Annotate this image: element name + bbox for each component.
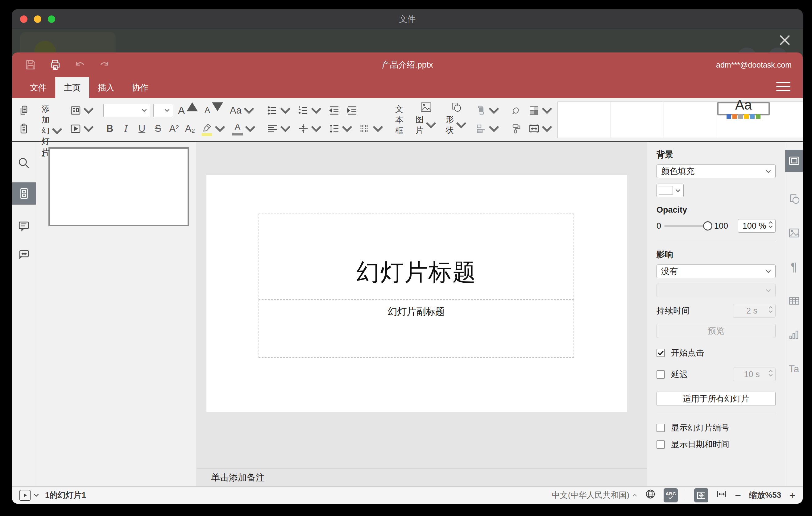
vertical-align-button[interactable] bbox=[296, 121, 324, 137]
opacity-slider-knob[interactable] bbox=[703, 221, 712, 231]
insert-image-button[interactable]: 图片 bbox=[413, 101, 439, 137]
theme-option-1[interactable] bbox=[558, 102, 611, 138]
tab-file[interactable]: 文件 bbox=[21, 77, 55, 98]
ribbon-tabs: 文件 主页 插入 协作 bbox=[12, 77, 803, 98]
tab-collaboration[interactable]: 协作 bbox=[123, 77, 157, 98]
subscript-button[interactable]: A₂ bbox=[183, 123, 197, 134]
italic-button[interactable]: I bbox=[119, 123, 132, 134]
comments-icon[interactable] bbox=[17, 220, 31, 233]
strikethrough-button[interactable]: S bbox=[151, 123, 165, 134]
slide-settings-tab-selected[interactable] bbox=[785, 150, 803, 172]
font-size-combobox[interactable] bbox=[153, 104, 173, 117]
change-layout-button[interactable] bbox=[68, 103, 96, 118]
numbering-button[interactable] bbox=[296, 103, 324, 118]
line-spacing-button[interactable] bbox=[327, 121, 354, 137]
start-slideshow-status-button[interactable] bbox=[20, 490, 31, 501]
bullets-button[interactable] bbox=[265, 103, 293, 118]
align-shape-button[interactable] bbox=[473, 121, 501, 137]
slides-panel-toggle-selected[interactable] bbox=[12, 182, 36, 205]
background-color-picker[interactable] bbox=[657, 183, 684, 197]
decrease-font-size-button[interactable]: A bbox=[203, 103, 225, 118]
tab-home[interactable]: 主页 bbox=[55, 77, 89, 98]
preview-button[interactable]: 预览 bbox=[657, 324, 776, 338]
document-title[interactable]: 产品介绍.pptx bbox=[382, 59, 433, 70]
font-name-combobox[interactable] bbox=[103, 104, 150, 117]
fit-to-slide-toggle-active[interactable] bbox=[694, 488, 708, 503]
spinner-arrows[interactable] bbox=[768, 221, 773, 228]
slide-1[interactable]: 幻灯片标题 幻灯片副标题 bbox=[206, 175, 627, 412]
copy-button[interactable] bbox=[17, 103, 32, 118]
maximize-traffic-light[interactable] bbox=[48, 16, 55, 23]
theme-option-3[interactable] bbox=[664, 102, 717, 138]
print-icon[interactable] bbox=[49, 58, 62, 71]
arrange-shape-button[interactable] bbox=[473, 103, 501, 118]
tab-insert[interactable]: 插入 bbox=[89, 77, 123, 98]
show-date-time-checkbox-unchecked[interactable] bbox=[657, 440, 665, 449]
text-art-settings-tab[interactable]: Ta bbox=[787, 362, 801, 376]
horizontal-align-button[interactable] bbox=[265, 121, 293, 137]
globe-icon[interactable] bbox=[645, 489, 656, 501]
insert-shape-button[interactable]: 形状 bbox=[443, 101, 469, 137]
show-slide-number-checkbox-unchecked[interactable] bbox=[657, 424, 665, 432]
superscript-button[interactable]: A² bbox=[168, 123, 180, 134]
redo-icon[interactable] bbox=[98, 58, 111, 71]
slide-title-placeholder[interactable]: 幻灯片标题 bbox=[259, 213, 574, 300]
theme-option-5[interactable] bbox=[770, 102, 803, 138]
start-slideshow-button[interactable] bbox=[68, 121, 96, 137]
change-case-button[interactable]: Aa bbox=[228, 103, 256, 118]
zoom-out-button[interactable]: − bbox=[735, 490, 741, 500]
minimize-traffic-light[interactable] bbox=[34, 16, 41, 23]
zoom-in-button[interactable]: + bbox=[789, 490, 795, 500]
table-settings-tab[interactable] bbox=[787, 294, 801, 308]
theme-option-2[interactable] bbox=[611, 102, 664, 138]
effect-type-select-disabled[interactable] bbox=[657, 284, 776, 297]
image-settings-tab[interactable] bbox=[787, 226, 801, 240]
fit-to-width-button[interactable] bbox=[716, 489, 727, 501]
theme-gallery: Aa bbox=[557, 102, 803, 138]
opacity-slider[interactable] bbox=[664, 221, 711, 231]
close-traffic-light[interactable] bbox=[20, 16, 27, 23]
start-on-click-checkbox-checked[interactable] bbox=[657, 349, 665, 357]
paste-button[interactable] bbox=[17, 121, 32, 137]
close-icon[interactable] bbox=[778, 34, 792, 46]
increase-indent-button[interactable] bbox=[345, 103, 359, 118]
shape-settings-tab[interactable] bbox=[787, 192, 801, 206]
duration-spinner[interactable]: 2 s bbox=[733, 304, 776, 318]
color-scheme-button[interactable] bbox=[527, 103, 554, 118]
slide-thumbnails-panel: 1 bbox=[36, 142, 197, 486]
slide-settings-panel: 背景 颜色填充 Opacity 0 100 100 % bbox=[647, 142, 785, 486]
highlight-color-button[interactable] bbox=[200, 121, 227, 137]
spellcheck-toggle-active[interactable]: ABC bbox=[664, 488, 678, 503]
slide-subtitle-placeholder[interactable]: 幻灯片副标题 bbox=[259, 300, 574, 358]
notes-area[interactable]: 单击添加备注 bbox=[197, 468, 647, 486]
menu-icon[interactable] bbox=[776, 82, 790, 91]
chat-icon[interactable] bbox=[17, 248, 31, 261]
apply-to-all-slides-button[interactable]: 适用于所有幻灯片 bbox=[657, 392, 776, 406]
opacity-spinner[interactable]: 100 % bbox=[738, 219, 776, 233]
paragraph-settings-tab[interactable]: ¶ bbox=[787, 260, 801, 274]
search-icon[interactable] bbox=[17, 156, 31, 170]
increase-font-size-button[interactable]: A bbox=[176, 103, 200, 118]
columns-button[interactable] bbox=[357, 121, 385, 137]
language-selector[interactable]: 中文(中华人民共和国) bbox=[552, 490, 637, 500]
effect-select[interactable]: 没有 bbox=[657, 264, 776, 278]
slide-size-button[interactable] bbox=[527, 121, 554, 137]
undo-icon[interactable] bbox=[73, 58, 87, 71]
save-icon[interactable] bbox=[24, 58, 37, 71]
clear-style-button[interactable] bbox=[509, 103, 524, 118]
chart-settings-tab[interactable] bbox=[787, 328, 801, 342]
slide-thumbnail-1[interactable] bbox=[49, 147, 189, 226]
status-bar: 1的幻灯片1 中文(中华人民共和国) ABC bbox=[12, 486, 803, 504]
decrease-indent-button[interactable] bbox=[327, 103, 342, 118]
delay-checkbox-unchecked[interactable] bbox=[657, 370, 665, 379]
background-fill-select[interactable]: 颜色填充 bbox=[657, 165, 776, 178]
theme-option-4-selected[interactable]: Aa bbox=[717, 102, 770, 115]
bold-button[interactable]: B bbox=[103, 123, 116, 134]
add-slide-button[interactable]: 添加幻灯片 bbox=[39, 101, 65, 137]
delay-spinner[interactable]: 10 s bbox=[733, 368, 776, 381]
insert-textbox-button[interactable]: 文本框 bbox=[393, 101, 409, 137]
font-color-button[interactable]: A bbox=[230, 121, 258, 137]
copy-style-button[interactable] bbox=[509, 121, 524, 137]
underline-button[interactable]: U bbox=[136, 123, 148, 134]
editing-canvas: 幻灯片标题 幻灯片副标题 单击添加备注 bbox=[197, 142, 647, 486]
